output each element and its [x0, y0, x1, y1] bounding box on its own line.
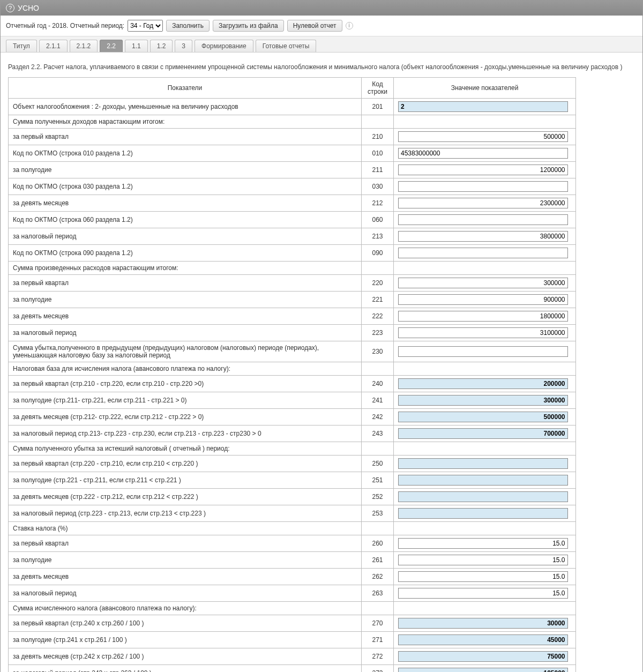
value-input-243	[398, 428, 568, 439]
tab-2.2[interactable]: 2.2	[100, 40, 123, 52]
row-label: за полугодие	[9, 292, 362, 308]
value-input-223[interactable]	[398, 327, 568, 338]
tab-Титул[interactable]: Титул	[6, 40, 37, 52]
row-code: 090	[362, 245, 394, 262]
upload-button[interactable]: Загрузить из файла	[213, 20, 284, 32]
row-code: 261	[362, 552, 394, 569]
table-row: за девять месяцев (стр.212- стр.222, есл…	[9, 409, 576, 425]
table-row: Сумма полученных доходов нарастающим ито…	[9, 115, 576, 129]
table-row: за первый квартал220	[9, 275, 576, 292]
row-code: 210	[362, 129, 394, 145]
table-row: за налоговый период223	[9, 325, 576, 341]
value-input-210[interactable]	[398, 131, 568, 142]
row-code: 060	[362, 212, 394, 228]
table-row: за полугодие221	[9, 292, 576, 308]
tab-Готовые отчеты[interactable]: Готовые отчеты	[256, 40, 317, 52]
table-row: за девять месяцев (стр.222 - стр.212, ес…	[9, 489, 576, 505]
value-input-271	[398, 634, 568, 645]
table-row: Код по ОКТМО (строка 010 раздела 1.2)010	[9, 145, 576, 162]
row-label: за налоговый период стр.213- стр.223 - с…	[9, 425, 362, 442]
row-code: 260	[362, 535, 394, 552]
value-input-222[interactable]	[398, 311, 568, 322]
value-input-262[interactable]	[398, 571, 568, 582]
value-input-060[interactable]	[398, 214, 568, 225]
tab-1.1[interactable]: 1.1	[125, 40, 148, 52]
row-code: 242	[362, 409, 394, 425]
row-label: за девять месяцев (стр.242 x стр.262 / 1…	[9, 648, 362, 665]
table-row: за девять месяцев (стр.242 x стр.262 / 1…	[9, 648, 576, 665]
row-code: 230	[362, 341, 394, 362]
value-input-261[interactable]	[398, 555, 568, 565]
value-input-240	[398, 378, 568, 389]
value-input-263[interactable]	[398, 588, 568, 599]
value-input-260[interactable]	[398, 538, 568, 549]
row-code: 263	[362, 585, 394, 602]
row-label: за полугодие	[9, 552, 362, 569]
row-value-cell	[394, 376, 576, 392]
value-input-251	[398, 475, 568, 486]
table-row: Ставка налога (%)	[9, 522, 576, 535]
row-label: за налоговый период (стр.223 - стр.213, …	[9, 505, 362, 522]
row-code: 211	[362, 162, 394, 178]
value-input-030[interactable]	[398, 181, 568, 192]
tab-3[interactable]: 3	[175, 40, 192, 52]
row-code: 241	[362, 392, 394, 409]
fill-button[interactable]: Заполнить	[166, 20, 210, 32]
value-input-221[interactable]	[398, 294, 568, 305]
row-value-cell	[394, 245, 576, 262]
row-label: Ставка налога (%)	[9, 522, 362, 535]
row-code: 240	[362, 376, 394, 392]
value-input-230[interactable]	[398, 346, 568, 357]
titlebar: ? УСНО	[1, 1, 642, 16]
row-code: 253	[362, 505, 394, 522]
help-icon[interactable]: ?	[6, 4, 14, 12]
table-row: за девять месяцев212	[9, 195, 576, 212]
row-code	[362, 115, 394, 129]
value-input-213[interactable]	[398, 231, 568, 242]
row-code: 272	[362, 648, 394, 665]
row-value-cell	[394, 472, 576, 489]
row-code: 250	[362, 456, 394, 472]
table-row: за девять месяцев262	[9, 569, 576, 585]
zero-report-button[interactable]: Нулевой отчет	[287, 20, 342, 32]
tab-1.2[interactable]: 1.2	[150, 40, 173, 52]
row-code: 222	[362, 308, 394, 325]
table-row: за полугодие (стр.211- стр.221, если стр…	[9, 392, 576, 409]
row-label: за первый квартал	[9, 129, 362, 145]
info-icon[interactable]: i	[346, 22, 353, 29]
value-input-220[interactable]	[398, 278, 568, 288]
tab-2.1.2[interactable]: 2.1.2	[70, 40, 98, 52]
row-code: 243	[362, 425, 394, 442]
row-label: Сумма произведенных расходов нарастающим…	[9, 262, 362, 275]
row-value-cell	[394, 456, 576, 472]
row-label: за налоговый период (стр.243 x стр.263 /…	[9, 665, 362, 673]
row-code	[362, 602, 394, 615]
table-row: за полугодие261	[9, 552, 576, 569]
year-period-label: Отчетный год - 2018. Отчетный период:	[6, 22, 124, 29]
row-label: за первый квартал (стр.210 - стр.220, ес…	[9, 376, 362, 392]
row-label: за девять месяцев (стр.212- стр.222, есл…	[9, 409, 362, 425]
value-input-010[interactable]	[398, 148, 568, 159]
row-label: за полугодие (стр.241 x стр.261 / 100 )	[9, 632, 362, 648]
table-row: Код по ОКТМО (строка 090 раздела 1.2)090	[9, 245, 576, 262]
tab-2.1.1[interactable]: 2.1.1	[39, 40, 68, 52]
row-label: за полугодие (стр.211- стр.221, если стр…	[9, 392, 362, 409]
period-select[interactable]: 34 - Год	[128, 20, 163, 32]
tabs: Титул2.1.12.1.22.21.11.23ФормированиеГот…	[1, 36, 642, 53]
value-input-212[interactable]	[398, 198, 568, 208]
table-row: Код по ОКТМО (строка 060 раздела 1.2)060	[9, 212, 576, 228]
table-row: Сумма исчисленного налога (авансового пл…	[9, 602, 576, 615]
row-code: 030	[362, 178, 394, 195]
row-value-cell	[394, 552, 576, 569]
row-value-cell	[394, 178, 576, 195]
tab-Формирование[interactable]: Формирование	[195, 40, 253, 52]
table-row: за первый квартал (стр.240 x стр.260 / 1…	[9, 615, 576, 632]
row-label: за налоговый период	[9, 228, 362, 245]
value-input-211[interactable]	[398, 165, 568, 175]
value-input-090[interactable]	[398, 248, 568, 258]
toolbar: Отчетный год - 2018. Отчетный период: 34…	[1, 16, 642, 36]
row-value-cell	[394, 228, 576, 245]
row-value-cell	[394, 262, 576, 275]
row-value-cell	[394, 648, 576, 665]
row-value-cell	[394, 362, 576, 376]
